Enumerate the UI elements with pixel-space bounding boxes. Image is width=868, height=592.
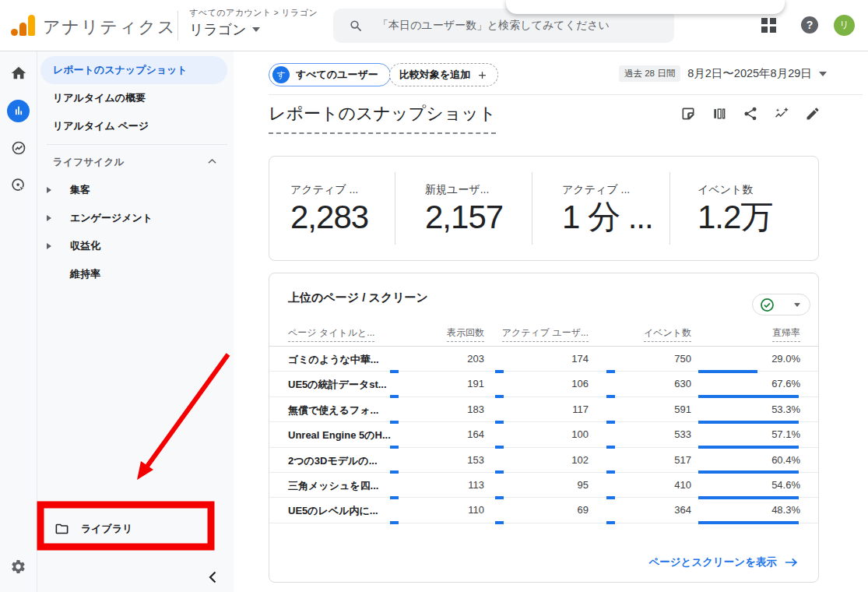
cell-views: 153 (399, 454, 484, 466)
top-pages-card: 上位のページ / スクリーン ページ タイトルと... 表示回数 アクティブ ユ… (269, 273, 819, 583)
nav-item-label: ライブラリ (81, 522, 133, 536)
value-bar (390, 521, 399, 524)
nav-item-retention[interactable]: 維持率 (37, 260, 234, 288)
collapse-nav-icon[interactable] (201, 566, 224, 589)
expand-triangle-icon[interactable] (47, 215, 51, 221)
cell-active-users: 117 (503, 403, 589, 415)
logo-bar-tall (28, 15, 35, 36)
nav-section-lifecycle[interactable]: ライフサイクル (37, 148, 234, 176)
table-row: UE5のレベル内に... 110 69 364 48.3% (269, 498, 818, 523)
metric-label[interactable]: イベント数 (698, 183, 753, 197)
metric-value: 2,283 (290, 201, 368, 234)
view-pages-link[interactable]: ページとスクリーンを表示 (648, 555, 798, 569)
col-header-events[interactable]: イベント数 (582, 326, 691, 342)
arrow-right-icon (785, 557, 798, 568)
table-row: 無償で使えるフォ... 183 117 591 53.3% (269, 397, 818, 422)
nav-item-realtime-overview[interactable]: リアルタイムの概要 (37, 84, 234, 112)
chip-label: すべてのユーザー (296, 68, 378, 82)
report-nav-panel: レポートのスナップショット リアルタイムの概要 リアルタイム ページ ライフサイ… (37, 51, 234, 592)
card-title: 上位のページ / スクリーン (288, 291, 428, 305)
note-icon[interactable] (679, 104, 698, 123)
data-quality-dropdown[interactable] (752, 294, 810, 315)
folder-icon (54, 523, 69, 535)
reports-selected-circle (7, 100, 30, 122)
metric-label[interactable]: 新規ユーザ... (425, 183, 489, 197)
nav-item-monetization[interactable]: 収益化 (37, 232, 234, 260)
cell-page-title: UE5のレベル内に... (288, 504, 378, 518)
expand-triangle-icon[interactable] (47, 187, 51, 193)
property-name: リラゴン (189, 20, 247, 39)
metric-divider (532, 172, 532, 245)
nav-item-label: レポートのスナップショット (53, 63, 188, 77)
col-header-page-title[interactable]: ページ タイトルと... (288, 326, 374, 342)
cell-bounce-rate: 48.3% (715, 504, 800, 516)
logo-bar-mid (19, 23, 26, 36)
chevron-down-icon (819, 72, 827, 76)
cell-views: 110 (399, 504, 484, 516)
metric-label[interactable]: アクティブ ... (290, 183, 358, 197)
table-header-row: ページ タイトルと... 表示回数 アクティブ ユーザ... イベント数 直帰率 (269, 320, 818, 347)
cell-bounce-rate: 60.4% (715, 454, 800, 466)
reports-icon[interactable] (0, 92, 37, 129)
date-range-selector[interactable]: 過去 28 日間 8月2日〜2025年8月29日 (619, 65, 827, 82)
cell-events: 630 (606, 378, 691, 389)
explore-icon[interactable] (0, 129, 37, 167)
cell-active-users: 69 (503, 504, 589, 516)
settings-gear-icon[interactable] (0, 548, 37, 585)
cell-active-users: 95 (503, 479, 589, 491)
table-row: ゴミのような中華... 203 174 750 29.0% (269, 347, 818, 372)
value-bar (606, 521, 615, 524)
apps-grid-icon[interactable] (761, 18, 776, 33)
cell-page-title: UE5の統計データst... (288, 378, 387, 392)
nav-item-label: リアルタイムの概要 (53, 91, 146, 105)
account-breadcrumb[interactable]: すべてのアカウント>リラゴン (189, 7, 318, 19)
bounce-bar (698, 521, 799, 524)
google-analytics-logo[interactable] (11, 15, 35, 37)
cell-bounce-rate: 29.0% (715, 353, 800, 365)
nav-item-acquisition[interactable]: 集客 (37, 176, 234, 204)
advertising-icon[interactable] (0, 167, 37, 204)
nav-divider (47, 144, 227, 145)
add-comparison-chip[interactable]: 比較対象を追加 (389, 63, 498, 86)
share-icon[interactable] (741, 104, 760, 123)
help-icon[interactable]: ? (801, 16, 818, 33)
comparison-bars-icon[interactable] (710, 104, 729, 123)
col-header-active-users[interactable]: アクティブ ユーザ... (480, 326, 589, 342)
product-title: アナリティクス (43, 16, 177, 39)
chip-label: 比較対象を追加 (399, 68, 470, 82)
logo-dot (11, 29, 18, 36)
col-header-bounce-rate[interactable]: 直帰率 (691, 326, 800, 342)
cell-views: 203 (399, 353, 484, 365)
metric-value: 1.2万 (698, 201, 772, 234)
cell-events: 591 (606, 403, 691, 415)
metric-value: 2,157 (425, 201, 503, 234)
chevron-up-icon[interactable] (208, 158, 216, 164)
col-header-views[interactable]: 表示回数 (375, 326, 484, 342)
nav-item-library[interactable]: ライブラリ (37, 513, 234, 544)
popup-remnant (506, 0, 785, 14)
metric-label[interactable]: アクティブ ... (562, 183, 630, 197)
cell-page-title: 無償で使えるフォ... (288, 403, 378, 418)
cell-bounce-rate: 53.3% (715, 403, 800, 415)
avatar[interactable]: リ (834, 15, 855, 36)
search-icon (349, 19, 364, 33)
expand-triangle-icon[interactable] (47, 243, 51, 249)
cell-page-title: Unreal Engine 5のH... (288, 428, 391, 442)
cell-bounce-rate: 54.6% (715, 479, 800, 491)
nav-item-label: 集客 (70, 183, 90, 197)
bounce-bar-track (698, 521, 799, 524)
nav-item-report-snapshot[interactable]: レポートのスナップショット (40, 56, 227, 84)
insights-icon[interactable] (772, 104, 791, 123)
metric-divider (395, 172, 395, 245)
cell-views: 164 (399, 428, 484, 440)
all-users-chip[interactable]: す すべてのユーザー (269, 63, 391, 86)
property-selector[interactable]: リラゴン (189, 20, 260, 39)
edit-pencil-icon[interactable] (803, 104, 822, 123)
nav-item-label: 収益化 (70, 239, 100, 253)
cell-views: 113 (399, 479, 484, 491)
home-icon[interactable] (0, 55, 37, 92)
cell-active-users: 106 (503, 378, 589, 389)
nav-item-engagement[interactable]: エンゲージメント (37, 204, 234, 232)
cell-bounce-rate: 57.1% (715, 428, 800, 440)
nav-item-realtime-pages[interactable]: リアルタイム ページ (37, 112, 234, 140)
